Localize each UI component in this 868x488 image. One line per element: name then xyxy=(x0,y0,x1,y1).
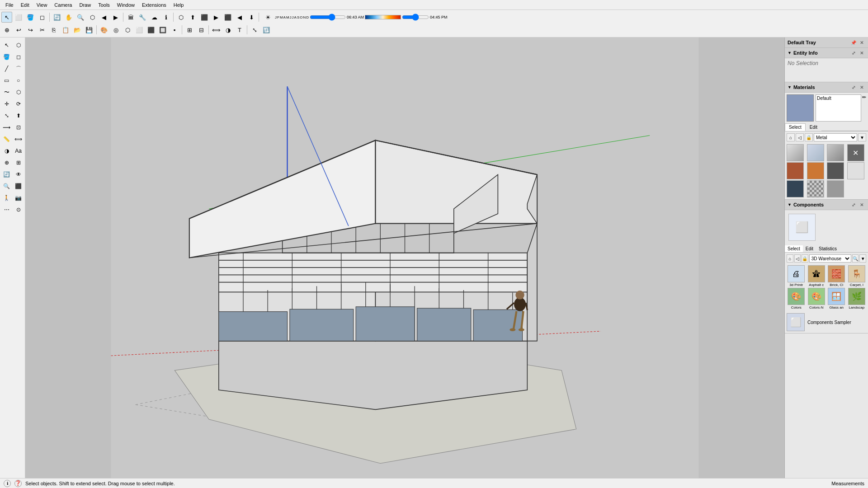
paint-bucket-btn[interactable]: 🪣 xyxy=(25,12,36,23)
material-select-tab[interactable]: Select xyxy=(785,123,806,131)
cat-asphalt[interactable]: 🛣 Asphalt c xyxy=(807,265,826,287)
standard-view-left-btn[interactable]: ◀ xyxy=(234,12,245,23)
menu-edit[interactable]: Edit xyxy=(17,1,33,9)
cat-colors-n[interactable]: 🎨 Colors-N xyxy=(807,288,826,310)
tray-pin-btn[interactable]: 📌 xyxy=(850,39,857,46)
scale-btn[interactable]: ⤡ xyxy=(249,24,260,35)
viewport[interactable] xyxy=(25,38,784,478)
orbit-btn[interactable]: 🔄 xyxy=(52,12,62,23)
mat-dropdown-btn[interactable]: ▼ xyxy=(858,133,866,141)
comp-select-tab[interactable]: Select xyxy=(785,245,803,252)
standard-view-iso-btn[interactable]: ⬡ xyxy=(175,12,186,23)
arc-tool-left[interactable]: ⌒ xyxy=(13,63,24,74)
zoom-tool-left[interactable]: 🔍 xyxy=(1,181,12,192)
position-camera-left[interactable]: 📷 xyxy=(13,192,24,203)
line-tool-left[interactable]: ╱ xyxy=(1,63,12,74)
menu-view[interactable]: View xyxy=(33,1,51,9)
curve-tool-left[interactable]: 〜 xyxy=(1,87,12,98)
mat-swatch-5[interactable] xyxy=(807,162,824,179)
cat-landscape[interactable]: 🌿 Landscap xyxy=(847,288,867,310)
comp-sampler-icon[interactable]: ⬜ xyxy=(787,313,805,331)
look-around-left[interactable]: 👁 xyxy=(13,169,24,180)
mat-home-btn[interactable]: ⌂ xyxy=(787,133,795,141)
standard-view-top-btn[interactable]: ⬆ xyxy=(187,12,198,23)
tape-tool-left[interactable]: 📏 xyxy=(1,134,12,145)
cat-colors[interactable]: 🎨 Colors xyxy=(787,288,806,310)
status-info-icon[interactable]: ℹ xyxy=(4,480,11,487)
rectangle-tool-left[interactable]: ▭ xyxy=(1,75,12,86)
save-btn[interactable]: 💾 xyxy=(84,24,94,35)
protractor-tool-left[interactable]: ◑ xyxy=(1,145,12,156)
current-material-swatch[interactable] xyxy=(787,94,814,122)
smart-tools-left[interactable]: ⊙ xyxy=(13,204,24,215)
standard-view-right-btn[interactable]: ▶ xyxy=(211,12,222,23)
zoom-btn[interactable]: 🔍 xyxy=(75,12,86,23)
rotate-tool-left[interactable]: ⟳ xyxy=(13,99,24,109)
components-close-btn[interactable]: ✕ xyxy=(858,201,865,208)
pan-btn[interactable]: ✋ xyxy=(63,12,74,23)
mat-swatch-4[interactable] xyxy=(787,162,804,179)
offset-tool-left[interactable]: ⊡ xyxy=(13,122,24,133)
erase-tool-left[interactable]: ◻ xyxy=(13,52,24,62)
shaded-textured-btn[interactable]: 🔲 xyxy=(157,24,168,35)
walkthrough-left[interactable]: 🚶 xyxy=(1,192,12,203)
wireframe-btn[interactable]: ⬡ xyxy=(122,24,133,35)
mat-swatch-10[interactable] xyxy=(827,180,844,197)
cat-brick[interactable]: 🧱 Brick, Cl xyxy=(827,265,846,287)
mat-swatch-0[interactable] xyxy=(787,144,804,161)
paint-tool-left[interactable]: 🪣 xyxy=(1,52,12,62)
material-category-dropdown[interactable]: Metal Brick Colors Wood xyxy=(814,133,857,141)
next-btn[interactable]: ▶ xyxy=(110,12,121,23)
shaded-btn[interactable]: ⬛ xyxy=(146,24,156,35)
mat-lock-btn[interactable]: 🔒 xyxy=(805,133,813,141)
cat-carpet[interactable]: 🪑 Carpet, l xyxy=(847,265,867,287)
select-tool-left[interactable]: ↖ xyxy=(1,40,12,51)
hidden-line-btn[interactable]: ⬜ xyxy=(134,24,145,35)
undo-btn[interactable]: ↩ xyxy=(13,24,24,35)
pushpull-tool-left[interactable]: ⬆ xyxy=(13,110,24,121)
comp-lock-btn[interactable]: 🔒 xyxy=(802,254,808,263)
cat-3dprinter[interactable]: 🖨 3d Printr xyxy=(787,265,806,287)
menu-tools[interactable]: Tools xyxy=(94,1,113,9)
standard-view-bottom-btn[interactable]: ⬇ xyxy=(246,12,257,23)
comp-home-btn[interactable]: ⌂ xyxy=(787,254,793,263)
mat-swatch-1[interactable] xyxy=(807,144,824,161)
mat-swatch-8[interactable] xyxy=(787,180,804,197)
material-edit-tab[interactable]: Edit xyxy=(806,123,821,131)
components-header[interactable]: ▼ Components ⤢ ✕ xyxy=(785,200,868,210)
menu-help[interactable]: Help xyxy=(170,1,188,9)
status-warn-icon[interactable]: ❓ xyxy=(14,480,22,487)
comp-edit-tab[interactable]: Edit xyxy=(803,245,816,252)
move-tool-left[interactable]: ✛ xyxy=(1,99,12,109)
mat-swatch-7[interactable] xyxy=(847,162,864,179)
dim-btn[interactable]: ⟺ xyxy=(211,24,222,35)
tray-close-btn[interactable]: ✕ xyxy=(858,39,865,46)
section-display-btn[interactable]: ⊟ xyxy=(196,24,207,35)
entity-info-expand-btn[interactable]: ⤢ xyxy=(850,49,857,56)
comp-search-btn[interactable]: 🔍 xyxy=(852,254,859,263)
comp-dropdown-btn[interactable]: ▼ xyxy=(859,254,866,263)
dim-tool-left[interactable]: ⟺ xyxy=(13,134,24,145)
menu-window[interactable]: Window xyxy=(113,1,138,9)
circle-tool-left[interactable]: ○ xyxy=(13,75,24,86)
3dwarehouse-btn[interactable]: 🏛 xyxy=(125,12,136,23)
mat-swatch-6[interactable] xyxy=(827,162,844,179)
entity-info-close-btn[interactable]: ✕ xyxy=(858,49,865,56)
model-info-btn[interactable]: ℹ xyxy=(160,12,171,23)
month-slider[interactable] xyxy=(310,15,346,19)
monochrome-btn[interactable]: ▪ xyxy=(169,24,180,35)
mat-swatch-9[interactable] xyxy=(807,180,824,197)
rotate-btn[interactable]: 🔃 xyxy=(261,24,272,35)
standard-view-front-btn[interactable]: ⬛ xyxy=(199,12,210,23)
menu-draw[interactable]: Draw xyxy=(75,1,94,9)
zoom-extents-btn[interactable]: ⬡ xyxy=(87,12,98,23)
trimble-connect-btn[interactable]: ☁ xyxy=(149,12,160,23)
open-btn[interactable]: 📂 xyxy=(72,24,83,35)
shadow-toggle-btn[interactable]: ☀ xyxy=(263,12,274,23)
comp-category-dropdown[interactable]: 3D Warehouse Local Collection xyxy=(809,254,851,263)
mat-back-btn[interactable]: ◁ xyxy=(796,133,804,141)
select-tool-btn[interactable]: ↖ xyxy=(1,12,12,23)
time-slider[interactable] xyxy=(402,15,429,19)
entity-info-header[interactable]: ▼ Entity Info ⤢ ✕ xyxy=(785,48,868,58)
mat-swatch-3[interactable]: ✕ xyxy=(847,144,864,161)
